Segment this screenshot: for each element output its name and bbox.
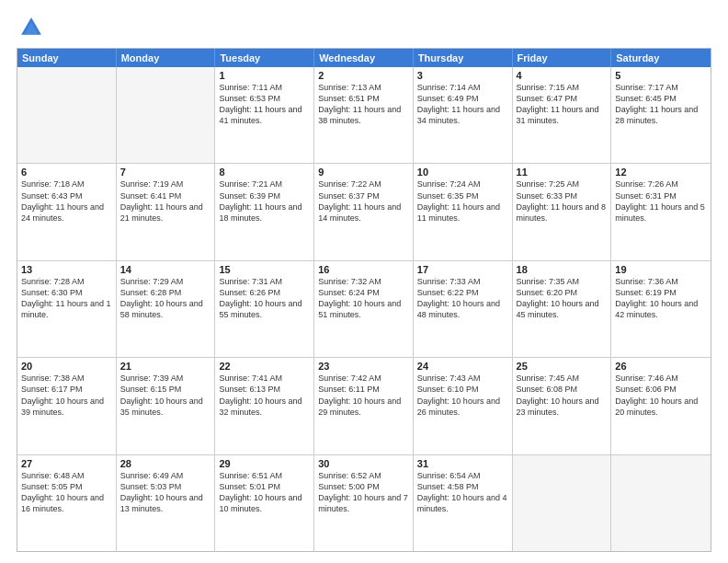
cell-info: Sunrise: 7:19 AM Sunset: 6:41 PM Dayligh… [120,178,211,224]
day-number: 23 [318,361,409,372]
cal-header-wednesday: Wednesday [314,49,414,67]
day-number: 24 [417,361,508,372]
cal-week-3: 13Sunrise: 7:28 AM Sunset: 6:30 PM Dayli… [17,260,711,357]
header [17,15,711,40]
cell-info: Sunrise: 7:28 AM Sunset: 6:30 PM Dayligh… [21,276,112,321]
cell-info: Sunrise: 7:11 AM Sunset: 6:53 PM Dayligh… [219,82,310,127]
cell-info: Sunrise: 7:21 AM Sunset: 6:39 PM Dayligh… [219,178,310,224]
cell-info: Sunrise: 7:46 AM Sunset: 6:06 PM Dayligh… [615,373,707,418]
cal-cell: 2Sunrise: 7:13 AM Sunset: 6:51 PM Daylig… [314,67,414,163]
logo-icon [18,15,44,40]
day-number: 21 [120,361,211,372]
cell-info: Sunrise: 7:13 AM Sunset: 6:51 PM Dayligh… [318,82,409,127]
page: SundayMondayTuesdayWednesdayThursdayFrid… [0,0,728,563]
cal-cell: 27Sunrise: 6:48 AM Sunset: 5:05 PM Dayli… [17,455,117,551]
day-number: 7 [120,167,211,178]
cal-cell: 19Sunrise: 7:36 AM Sunset: 6:19 PM Dayli… [611,261,711,357]
day-number: 4 [517,70,608,81]
cell-info: Sunrise: 7:33 AM Sunset: 6:22 PM Dayligh… [417,276,508,321]
cal-cell: 6Sunrise: 7:18 AM Sunset: 6:43 PM Daylig… [17,164,117,259]
cell-info: Sunrise: 7:15 AM Sunset: 6:47 PM Dayligh… [517,82,608,127]
cal-cell [611,455,711,551]
calendar: SundayMondayTuesdayWednesdayThursdayFrid… [17,48,711,552]
day-number: 27 [21,458,112,469]
cell-info: Sunrise: 7:31 AM Sunset: 6:26 PM Dayligh… [219,276,310,321]
cell-info: Sunrise: 7:36 AM Sunset: 6:19 PM Dayligh… [615,276,707,321]
cell-info: Sunrise: 6:52 AM Sunset: 5:00 PM Dayligh… [318,470,409,515]
cell-info: Sunrise: 7:24 AM Sunset: 6:35 PM Dayligh… [417,178,508,224]
cal-cell: 14Sunrise: 7:29 AM Sunset: 6:28 PM Dayli… [117,261,216,357]
cell-info: Sunrise: 7:17 AM Sunset: 6:45 PM Dayligh… [615,82,707,127]
cell-info: Sunrise: 7:29 AM Sunset: 6:28 PM Dayligh… [120,276,211,321]
cell-info: Sunrise: 7:18 AM Sunset: 6:43 PM Dayligh… [21,178,112,224]
cal-cell: 8Sunrise: 7:21 AM Sunset: 6:39 PM Daylig… [215,164,314,259]
cal-cell: 16Sunrise: 7:32 AM Sunset: 6:24 PM Dayli… [314,261,414,357]
cal-week-5: 27Sunrise: 6:48 AM Sunset: 5:05 PM Dayli… [17,454,711,551]
cell-info: Sunrise: 7:14 AM Sunset: 6:49 PM Dayligh… [417,82,508,127]
day-number: 10 [417,167,508,178]
day-number: 31 [417,458,508,469]
cal-cell: 7Sunrise: 7:19 AM Sunset: 6:41 PM Daylig… [117,164,216,259]
day-number: 8 [219,167,310,178]
day-number: 13 [21,264,112,275]
day-number: 9 [318,167,409,178]
cal-header-tuesday: Tuesday [215,49,314,67]
cal-cell: 4Sunrise: 7:15 AM Sunset: 6:47 PM Daylig… [513,67,612,163]
cal-cell: 17Sunrise: 7:33 AM Sunset: 6:22 PM Dayli… [414,261,513,357]
cell-info: Sunrise: 7:41 AM Sunset: 6:13 PM Dayligh… [219,373,310,418]
cal-header-monday: Monday [117,49,216,67]
day-number: 30 [318,458,409,469]
calendar-header-row: SundayMondayTuesdayWednesdayThursdayFrid… [17,49,711,67]
cal-cell: 18Sunrise: 7:35 AM Sunset: 6:20 PM Dayli… [513,261,612,357]
cal-cell: 9Sunrise: 7:22 AM Sunset: 6:37 PM Daylig… [314,164,414,259]
day-number: 3 [417,70,508,81]
cell-info: Sunrise: 7:42 AM Sunset: 6:11 PM Dayligh… [318,373,409,418]
cal-header-thursday: Thursday [414,49,513,67]
day-number: 26 [615,361,707,372]
cal-cell: 31Sunrise: 6:54 AM Sunset: 4:58 PM Dayli… [414,455,513,551]
day-number: 29 [219,458,310,469]
day-number: 11 [517,167,608,178]
logo [17,15,44,40]
day-number: 16 [318,264,409,275]
day-number: 14 [120,264,211,275]
cal-week-1: 1Sunrise: 7:11 AM Sunset: 6:53 PM Daylig… [17,67,711,163]
cal-cell [117,67,216,163]
cal-cell: 13Sunrise: 7:28 AM Sunset: 6:30 PM Dayli… [17,261,117,357]
calendar-body: 1Sunrise: 7:11 AM Sunset: 6:53 PM Daylig… [17,67,711,551]
cal-cell: 3Sunrise: 7:14 AM Sunset: 6:49 PM Daylig… [414,67,513,163]
day-number: 22 [219,361,310,372]
cal-cell: 26Sunrise: 7:46 AM Sunset: 6:06 PM Dayli… [611,358,711,454]
cal-cell [513,455,612,551]
cal-header-saturday: Saturday [611,49,711,67]
cal-cell: 22Sunrise: 7:41 AM Sunset: 6:13 PM Dayli… [215,358,314,454]
cal-cell: 30Sunrise: 6:52 AM Sunset: 5:00 PM Dayli… [314,455,414,551]
cell-info: Sunrise: 7:35 AM Sunset: 6:20 PM Dayligh… [517,276,608,321]
day-number: 19 [615,264,707,275]
cell-info: Sunrise: 6:54 AM Sunset: 4:58 PM Dayligh… [417,470,508,515]
day-number: 5 [615,70,707,81]
day-number: 28 [120,458,211,469]
cell-info: Sunrise: 7:45 AM Sunset: 6:08 PM Dayligh… [517,373,608,418]
cell-info: Sunrise: 7:22 AM Sunset: 6:37 PM Dayligh… [318,178,409,224]
cal-cell: 15Sunrise: 7:31 AM Sunset: 6:26 PM Dayli… [215,261,314,357]
day-number: 1 [219,70,310,81]
cal-cell: 21Sunrise: 7:39 AM Sunset: 6:15 PM Dayli… [117,358,216,454]
cal-header-friday: Friday [513,49,612,67]
cal-cell: 11Sunrise: 7:25 AM Sunset: 6:33 PM Dayli… [513,164,612,259]
day-number: 17 [417,264,508,275]
day-number: 20 [21,361,112,372]
cell-info: Sunrise: 6:51 AM Sunset: 5:01 PM Dayligh… [219,470,310,515]
cal-cell: 29Sunrise: 6:51 AM Sunset: 5:01 PM Dayli… [215,455,314,551]
cell-info: Sunrise: 7:25 AM Sunset: 6:33 PM Dayligh… [517,178,608,224]
cell-info: Sunrise: 6:49 AM Sunset: 5:03 PM Dayligh… [120,470,211,515]
day-number: 6 [21,167,112,178]
cell-info: Sunrise: 7:32 AM Sunset: 6:24 PM Dayligh… [318,276,409,321]
day-number: 2 [318,70,409,81]
cal-week-2: 6Sunrise: 7:18 AM Sunset: 6:43 PM Daylig… [17,163,711,259]
cal-cell: 23Sunrise: 7:42 AM Sunset: 6:11 PM Dayli… [314,358,414,454]
cell-info: Sunrise: 7:39 AM Sunset: 6:15 PM Dayligh… [120,373,211,418]
cell-info: Sunrise: 7:43 AM Sunset: 6:10 PM Dayligh… [417,373,508,418]
day-number: 18 [517,264,608,275]
day-number: 15 [219,264,310,275]
